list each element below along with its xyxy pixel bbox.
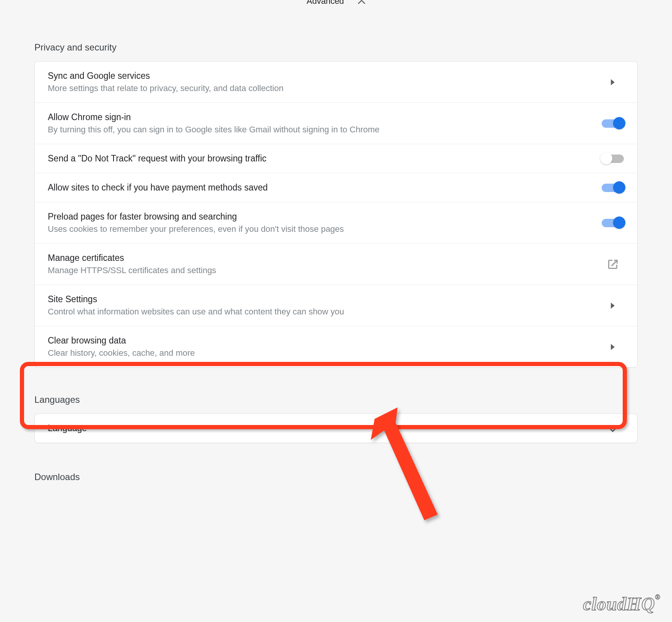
row-title: Clear browsing data [48, 335, 195, 346]
chevron-down-icon [601, 426, 624, 431]
allow-signin-toggle[interactable] [602, 119, 624, 128]
row-title: Sync and Google services [48, 71, 284, 81]
row-title: Send a "Do Not Track" request with your … [48, 153, 266, 164]
caret-right-icon [601, 344, 624, 350]
do-not-track-row[interactable]: Send a "Do Not Track" request with your … [35, 144, 637, 173]
caret-right-icon [601, 303, 624, 309]
advanced-section-toggle[interactable]: Advanced [34, 0, 638, 7]
languages-card: Language [34, 414, 638, 443]
sync-google-services-row[interactable]: Sync and Google services More settings t… [35, 62, 637, 103]
row-title: Allow Chrome sign-in [48, 112, 380, 122]
row-title: Language [48, 423, 87, 433]
languages-heading: Languages [34, 394, 638, 405]
chevron-up-icon [358, 0, 365, 7]
cloudhq-watermark: cloudHQ® [583, 593, 661, 614]
site-settings-row[interactable]: Site Settings Control what information w… [35, 285, 637, 326]
payment-toggle[interactable] [602, 184, 624, 192]
row-title: Manage certificates [48, 253, 216, 263]
privacy-security-heading: Privacy and security [34, 42, 638, 53]
row-desc: Clear history, cookies, cache, and more [48, 348, 195, 358]
row-desc: Control what information websites can us… [48, 307, 344, 317]
manage-certificates-row[interactable]: Manage certificates Manage HTTPS/SSL cer… [35, 244, 637, 285]
external-link-icon [601, 259, 624, 270]
row-desc: By turning this off, you can sign in to … [48, 125, 380, 135]
dnt-toggle[interactable] [602, 155, 624, 163]
caret-right-icon [601, 79, 624, 85]
downloads-heading: Downloads [34, 472, 638, 482]
row-desc: Uses cookies to remember your preference… [48, 224, 344, 234]
row-title: Preload pages for faster browsing and se… [48, 212, 344, 222]
watermark-text: cloudHQ [583, 594, 655, 614]
advanced-label: Advanced [307, 0, 344, 6]
language-row[interactable]: Language [35, 414, 637, 443]
row-title: Allow sites to check if you have payment… [48, 182, 268, 193]
allow-chrome-signin-row[interactable]: Allow Chrome sign-in By turning this off… [35, 103, 637, 144]
row-title: Site Settings [48, 294, 344, 304]
preload-toggle[interactable] [602, 219, 624, 227]
payment-methods-row[interactable]: Allow sites to check if you have payment… [35, 173, 637, 202]
row-desc: More settings that relate to privacy, se… [48, 83, 284, 93]
privacy-security-card: Sync and Google services More settings t… [34, 61, 638, 368]
preload-pages-row[interactable]: Preload pages for faster browsing and se… [35, 202, 637, 244]
row-desc: Manage HTTPS/SSL certificates and settin… [48, 265, 216, 275]
clear-browsing-data-row[interactable]: Clear browsing data Clear history, cooki… [35, 326, 637, 367]
